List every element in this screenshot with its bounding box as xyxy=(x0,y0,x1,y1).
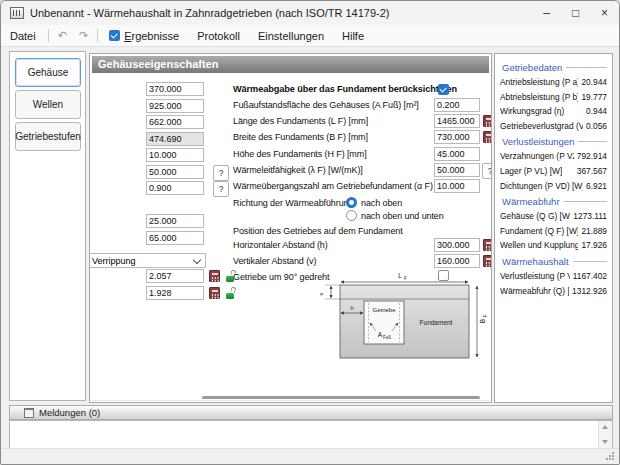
lock-open-icon[interactable] xyxy=(226,286,236,299)
result-row: Getriebeverlustgrad (V)0.056 xyxy=(500,119,607,134)
panel-title: Gehäuseeigenschaften xyxy=(92,56,489,73)
result-row: Antriebsleistung (P a) [kW]20.944 xyxy=(500,75,607,90)
uebergangszahl-input[interactable] xyxy=(434,179,480,193)
waermeleitfaehigkeit-input[interactable] xyxy=(434,163,480,177)
window-controls: – □ × xyxy=(532,1,619,25)
dropdown-value: Verrippung xyxy=(92,256,194,266)
gehaeuse-field-5[interactable] xyxy=(146,148,204,162)
window-title: Unbenannt - Wärmehaushalt in Zahnradgetr… xyxy=(30,7,390,19)
menu-protokoll[interactable]: Protokoll xyxy=(188,26,249,46)
radio-nach-oben-und-unten[interactable] xyxy=(346,210,357,221)
breite-input[interactable] xyxy=(434,130,480,144)
verrippung-field-2[interactable] xyxy=(146,286,204,300)
horizontal-scrollbar-thumb[interactable] xyxy=(202,396,480,399)
form-label: Wärmeleitfähigkeit (λ F) [W/(mK)] xyxy=(233,163,363,177)
fundament-label: Fundament xyxy=(420,319,453,326)
getriebe-label: Getriebe xyxy=(372,307,396,313)
form-label: Höhe des Fundaments (H F) [mm] xyxy=(233,147,367,161)
statusbar xyxy=(1,448,619,464)
chevron-down-icon xyxy=(193,255,201,263)
sidebar: Gehäuse Wellen Getriebestufen xyxy=(9,51,86,401)
result-row: Lager (P VL) [W]367.567 xyxy=(500,164,607,179)
radio-label[interactable]: nach oben und unten xyxy=(361,209,444,223)
undo-icon[interactable]: ↶ xyxy=(52,29,73,42)
calculator-icon[interactable] xyxy=(209,287,220,299)
ergebnisse-checkbox[interactable] xyxy=(109,30,120,41)
menu-hilfe[interactable]: Hilfe xyxy=(333,26,373,46)
messages-label: Meldungen (0) xyxy=(39,407,100,418)
form-label: Länge des Fundaments (L F) [mm] xyxy=(233,114,368,128)
result-row: Wärmeabfuhr (Q) [W]1312.926 xyxy=(500,284,607,299)
gehaeuse-field-4-disabled xyxy=(146,132,204,146)
dim-lf-sub: F xyxy=(404,276,407,281)
horizontaler-abstand-input[interactable] xyxy=(434,238,480,252)
menu-einstellungen[interactable]: Einstellungen xyxy=(249,26,333,46)
gehaeuse-field-8[interactable] xyxy=(146,214,204,228)
sidebar-item-gehaeuse[interactable]: Gehäuse xyxy=(15,58,81,87)
fundament-checkbox-label: Wärmeabgabe über das Fundament berücksic… xyxy=(233,82,457,96)
menu-datei[interactable]: Datei xyxy=(1,26,45,46)
fundament-checkbox[interactable] xyxy=(438,84,449,95)
results-section-title: Wärmehaushalt xyxy=(502,256,607,267)
help-button[interactable]: ? xyxy=(213,181,229,197)
gehaeuse-field-9[interactable] xyxy=(146,231,204,245)
richtung-label: Richtung der Wärmeabführung xyxy=(233,196,353,210)
result-row: Wirkungsgrad (η)0.944 xyxy=(500,104,607,119)
messages-box xyxy=(9,420,613,449)
main-panel: Gehäuseeigenschaften ? ? Verrippung Wärm… xyxy=(89,53,492,403)
sidebar-item-wellen[interactable]: Wellen xyxy=(15,90,81,119)
form-label: Vertikaler Abstand (v) xyxy=(233,254,316,268)
menu-separator xyxy=(97,29,98,42)
redo-icon[interactable]: ↷ xyxy=(73,29,94,42)
results-section-title: Getriebedaten xyxy=(502,62,607,73)
verrippung-field-1[interactable] xyxy=(146,269,204,283)
fussflaeche-input[interactable] xyxy=(434,98,480,112)
menu-ergebnisse[interactable]: Ergebnisse xyxy=(124,26,188,46)
messages-bar[interactable]: Meldungen (0) xyxy=(9,405,613,420)
menu-separator xyxy=(48,29,49,42)
verrippung-dropdown[interactable]: Verrippung xyxy=(89,253,206,268)
collapse-messages-icon[interactable] xyxy=(24,408,34,418)
calculator-icon[interactable] xyxy=(483,115,492,127)
minimize-button[interactable]: – xyxy=(532,1,561,25)
gehaeuse-field-2[interactable] xyxy=(146,99,204,113)
radio-label[interactable]: nach oben xyxy=(361,196,402,210)
maximize-button[interactable]: □ xyxy=(561,1,590,25)
menubar: Datei ↶ ↷ Ergebnisse Protokoll Einstellu… xyxy=(1,25,619,47)
close-button[interactable]: × xyxy=(590,1,619,25)
fundament-diagram: L F v h Getriebe A Fuß Fundament B F xyxy=(296,272,492,380)
titlebar: Unbenannt - Wärmehaushalt in Zahnradgetr… xyxy=(1,1,619,26)
laenge-input[interactable] xyxy=(434,114,480,128)
calculator-icon[interactable] xyxy=(483,131,492,143)
result-row: Gehäuse (Q G) [W]1273.111 xyxy=(500,209,607,224)
help-button[interactable]: ? xyxy=(213,165,229,181)
gehaeuse-field-1[interactable] xyxy=(146,82,204,96)
radio-nach-oben[interactable] xyxy=(346,197,357,208)
calculator-icon[interactable] xyxy=(483,255,492,267)
sidebar-item-getriebestufen[interactable]: Getriebestufen xyxy=(15,122,81,151)
result-row: Verlustleistung (P V) [W]1167.402 xyxy=(500,269,607,284)
calculator-icon[interactable] xyxy=(209,270,220,282)
results-section-title: Wärmeabfuhr xyxy=(502,196,607,207)
horizontal-scrollbar-track[interactable] xyxy=(92,400,489,401)
gehaeuse-field-7[interactable] xyxy=(146,181,204,195)
resize-grip[interactable] xyxy=(606,452,614,460)
result-row: Verzahnungen (P VZ)792.914 xyxy=(500,149,607,164)
gehaeuse-field-6[interactable] xyxy=(146,165,204,179)
result-row: Wellen und Kupplungen ...17.926 xyxy=(500,238,607,253)
calculator-icon[interactable] xyxy=(483,239,492,251)
vertical-scrollbar[interactable] xyxy=(598,421,612,448)
help-button[interactable]: ? xyxy=(482,163,492,179)
dim-h-label: h xyxy=(350,305,353,311)
scroll-up-icon[interactable] xyxy=(602,425,608,429)
gehaeuse-field-3[interactable] xyxy=(146,115,204,129)
result-row: Abtriebsleistung (P b) [kW]19.777 xyxy=(500,90,607,105)
afuss-sub: Fuß xyxy=(383,335,391,340)
results-section-title: Verlustleistungen xyxy=(502,136,607,147)
vertikaler-abstand-input[interactable] xyxy=(434,254,480,268)
dim-lf-label: L xyxy=(398,272,402,279)
hoehe-input[interactable] xyxy=(434,147,480,161)
form-label: Breite des Fundaments (B F) [mm] xyxy=(233,130,368,144)
scroll-down-icon[interactable] xyxy=(602,440,608,444)
result-row: Dichtungen (P VD) [W]6.921 xyxy=(500,179,607,194)
